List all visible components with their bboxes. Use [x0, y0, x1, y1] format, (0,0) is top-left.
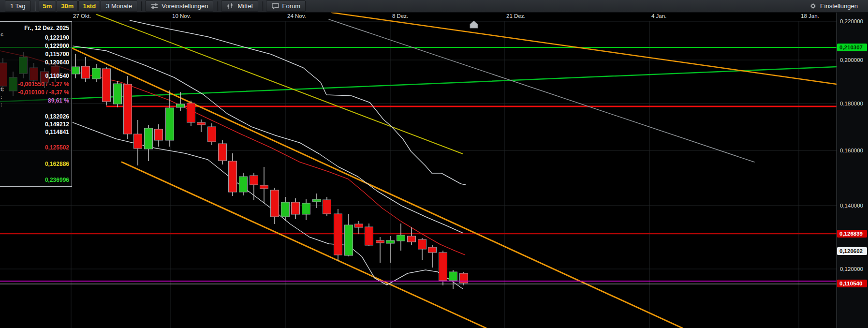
candle-body [187, 103, 195, 122]
panel-ema-value: 0,125502 [45, 144, 69, 151]
price-label: 0,140000 [840, 203, 863, 209]
candlesticks [72, 54, 468, 289]
date-label: 27 Okt. [73, 13, 91, 19]
toolbar-separator [262, 1, 263, 11]
price-badge-label: 0,110540 [839, 281, 862, 286]
toolbar-separator [141, 1, 142, 11]
price-badge: 0,110540 [837, 280, 867, 287]
candle-body [355, 224, 363, 227]
panel-bb-middle: 0,132026 [45, 113, 69, 120]
presets-button[interactable]: Voreinstellungen [145, 0, 213, 12]
panel-high-value: 0,122900 [45, 43, 69, 49]
toolbar-separator [35, 1, 35, 11]
indicators-label: Mittel [237, 2, 252, 10]
candle-body [103, 69, 111, 102]
candle-body [114, 84, 122, 104]
forum-button[interactable]: Forum [266, 0, 306, 12]
overlay-level-lines [0, 281, 837, 284]
candle-body [439, 253, 447, 281]
candle-body [219, 144, 227, 161]
candle-body [428, 247, 437, 253]
price-label: 0,120000 [840, 266, 863, 272]
price-badge-label: 0,120602 [839, 248, 863, 254]
price-badge[interactable]: 0,210307 [837, 44, 867, 51]
price-badge-label: 0,210307 [839, 45, 863, 50]
date-label: 4 Jan. [651, 13, 666, 19]
date-label: 21 Dez. [506, 13, 526, 19]
candle-body [239, 177, 248, 192]
quote-info-panel: Fr., 12 Dez. 2025 0,122190 0,122900 0,11… [0, 21, 72, 187]
sliders-icon [150, 2, 159, 10]
candle-body [365, 227, 373, 245]
price-badge-label: 0,126839 [839, 231, 863, 237]
panel-last-value: 0,110540 [45, 73, 69, 79]
candle-body [250, 176, 258, 185]
date-axis-labels: 27 Okt.10 Nov.24 Nov.8 Dez.21 Dez.4 Jan.… [73, 13, 819, 19]
candle-body [281, 202, 290, 217]
candle-body [197, 122, 206, 125]
panel-bb-upper: 0,149212 [45, 121, 69, 128]
toolbar: 1 Tag 5m 30m 1std 3 Monate Voreinstellun… [0, 0, 868, 13]
candle-body [177, 104, 185, 107]
panel-open-value: 0,122190 [45, 34, 69, 41]
candle-body [134, 134, 142, 149]
price-badge[interactable]: 0,126839 [837, 230, 867, 238]
position-marker[interactable] [470, 21, 478, 28]
speech-bubble-icon [271, 2, 280, 10]
panel-change-1: -0,001550 / -1,27 % [18, 81, 69, 88]
presets-label: Voreinstellungen [162, 2, 208, 10]
candle-body [82, 66, 90, 78]
candle-body [92, 68, 101, 79]
candle-body [271, 190, 279, 217]
panel-percent-indicator: 89,61 % [48, 97, 69, 104]
candlestick-icon [226, 2, 235, 10]
timeframe-1tag-button[interactable]: 1 Tag [5, 0, 31, 12]
panel-bb-lower: 0,114841 [45, 129, 69, 135]
range-3monate-button[interactable]: 3 Monate [101, 0, 137, 12]
price-label: 0,220000 [840, 18, 863, 24]
interval-30m-label: 30m [61, 2, 74, 10]
candle-body [408, 236, 416, 242]
price-label: 0,200000 [840, 57, 863, 63]
date-label: 8 Dez. [392, 13, 408, 19]
panel-change-2: -0,010100 / -8,37 % [18, 89, 69, 96]
date-label: 24 Nov. [287, 13, 306, 19]
interval-1std-label: 1std [83, 2, 96, 10]
candle-body [345, 225, 353, 255]
date-label: 18 Jan. [801, 13, 819, 19]
chart-canvas[interactable]: 27 Okt.10 Nov.24 Nov.8 Dez.21 Dez.4 Jan.… [0, 13, 868, 328]
candle-body [449, 272, 457, 281]
interval-5m-button[interactable]: 5m [39, 0, 57, 12]
panel-edge-fragment: c [0, 31, 3, 37]
candle-body [208, 127, 216, 142]
settings-button[interactable]: Einstellungen [804, 1, 863, 11]
candle-body [166, 108, 174, 140]
forum-label: Forum [282, 2, 301, 10]
bollinger-middle [73, 46, 463, 233]
candle-body [418, 239, 427, 249]
panel-close-value: 0,120640 [45, 59, 69, 66]
price-label: 0,180000 [840, 101, 863, 106]
panel-edge-fragment: : [0, 94, 2, 100]
trading-app: 1 Tag 5m 30m 1std 3 Monate Voreinstellun… [0, 0, 868, 328]
price-badge: 0,120602 [837, 247, 867, 255]
candle-body [145, 128, 153, 149]
candle-body [260, 185, 268, 189]
chart-area: 27 Okt.10 Nov.24 Nov.8 Dez.21 Dez.4 Jan.… [0, 13, 868, 328]
gray-descending[interactable] [329, 19, 754, 162]
range-label: 3 Monate [106, 2, 132, 10]
gridlines [0, 21, 837, 328]
orange-channel-lower[interactable] [122, 162, 486, 328]
panel-yellow-line-value: 0,162886 [45, 161, 69, 167]
timeframe-label: 1 Tag [10, 2, 26, 10]
price-label: 0,160000 [840, 148, 863, 153]
candle-body [397, 235, 405, 241]
orange-channel-upper[interactable] [73, 48, 682, 328]
candle-body [376, 240, 384, 243]
orange-shallow[interactable] [332, 13, 837, 84]
indicators-button[interactable]: Mittel [221, 0, 258, 12]
candle-body [72, 67, 80, 74]
settings-label: Einstellungen [820, 2, 858, 10]
interval-30m-button[interactable]: 30m [57, 0, 78, 12]
interval-1std-button[interactable]: 1std [78, 0, 100, 12]
